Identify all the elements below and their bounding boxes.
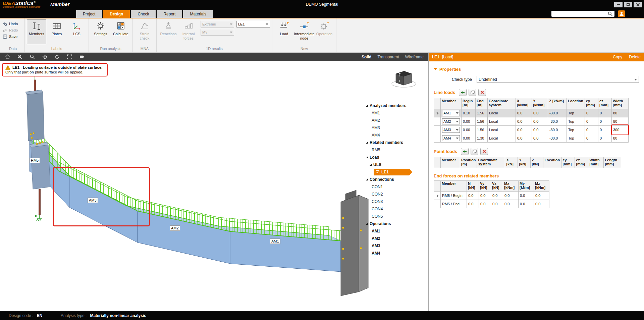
cell-width[interactable]: 80 <box>612 109 629 117</box>
cell-y[interactable]: 0.0 <box>532 117 548 126</box>
pan-icon[interactable] <box>42 54 48 60</box>
tree-section-load[interactable]: Load <box>366 154 426 161</box>
member-label-am3[interactable]: AM3 <box>88 198 98 203</box>
cell-z[interactable]: -30.0 <box>548 117 567 126</box>
tree-section-uls[interactable]: ULS <box>366 161 426 168</box>
member-dropdown[interactable]: AM3 <box>442 127 460 133</box>
display-mode-transparent[interactable]: Transparent <box>377 55 399 59</box>
cell-coordinate-system[interactable]: Local <box>488 126 516 134</box>
cell-x[interactable]: 0.0 <box>516 117 532 126</box>
cell-mz[interactable]: 0.0 <box>534 200 549 208</box>
cell-mx[interactable]: 0.0 <box>503 192 519 200</box>
copy-line-load-button[interactable] <box>469 89 476 96</box>
tree-item-operations-am3[interactable]: AM3 <box>366 242 426 250</box>
tree-section-operations[interactable]: Operations <box>366 220 426 227</box>
row-selector[interactable] <box>434 126 441 134</box>
cell-end[interactable]: 1.56 <box>476 109 488 117</box>
tree-item-operations-am2[interactable]: AM2 <box>366 235 426 242</box>
settings-button[interactable]: Settings <box>91 19 110 44</box>
search-icon[interactable] <box>607 11 613 17</box>
cell-vz[interactable]: 0.0 <box>491 200 503 208</box>
cell-y[interactable]: 0.0 <box>532 134 548 143</box>
cell-coordinate-system[interactable]: Local <box>488 109 516 117</box>
row-selector[interactable] <box>434 117 441 126</box>
tree-item-con5[interactable]: CON5 <box>366 213 426 220</box>
tree-item-am3[interactable]: AM3 <box>366 124 426 131</box>
tree-section-analyzed-members[interactable]: Analyzed members <box>366 102 426 109</box>
cell-n[interactable]: 0.0 <box>467 200 479 208</box>
cell-end[interactable]: 1.56 <box>476 117 488 126</box>
member-dropdown[interactable]: AM4 <box>442 135 460 141</box>
table-row[interactable]: RM5 / End 0.0 0.0 0.0 0.0 0.0 0.0 <box>434 200 549 208</box>
load-case-dropdown[interactable]: LE1 <box>236 21 270 28</box>
redo-button[interactable]: Redo <box>3 27 23 33</box>
cell-end[interactable]: 1.30 <box>476 134 488 143</box>
new-operation-button[interactable]: Operation <box>315 19 334 44</box>
cell-end[interactable]: 1.56 <box>476 126 488 134</box>
cell-coordinate-system[interactable]: Local <box>488 117 516 126</box>
zoom-window-icon[interactable] <box>17 54 23 60</box>
3d-canvas[interactable]: Y LE1 - Loading surface is outside of pl… <box>0 61 428 311</box>
display-mode-wireframe[interactable]: Wireframe <box>405 55 424 59</box>
reactions-button[interactable]: Reactions <box>159 19 178 44</box>
navigation-cube[interactable]: Y <box>392 71 416 87</box>
row-selector[interactable] <box>434 192 441 200</box>
cell-member[interactable]: RM5 / End <box>441 200 467 208</box>
table-row[interactable]: AM2 0.00 1.56 Local 0.0 0.0 -30.0 Top 0 … <box>434 117 629 126</box>
my-dropdown[interactable]: My <box>201 29 234 36</box>
label-tag-icon[interactable] <box>79 54 85 60</box>
member-dropdown[interactable]: AM2 <box>442 118 460 124</box>
delete-point-load-button[interactable] <box>480 148 488 155</box>
tree-section-connections[interactable]: Connections <box>366 176 426 183</box>
member-label-am1[interactable]: AM1 <box>270 238 280 244</box>
row-selector[interactable] <box>434 109 441 117</box>
table-row[interactable]: AM1 0.10 1.56 Local 0.0 0.0 -30.0 Top 0 … <box>434 109 629 117</box>
rotate-icon[interactable] <box>54 54 60 60</box>
cell-width[interactable]: 80 <box>612 117 629 126</box>
cell-begin[interactable]: 0.00 <box>462 126 476 134</box>
intermediate-node-button[interactable]: Intermediate node <box>294 19 314 44</box>
cell-width[interactable]: 80 <box>612 134 629 143</box>
tree-item-le1-selected[interactable]: LE1 <box>374 169 409 175</box>
add-line-load-button[interactable] <box>459 89 467 96</box>
check-type-dropdown[interactable]: Undefined <box>477 76 639 83</box>
cell-ez[interactable]: 0 <box>598 134 612 143</box>
member-dropdown[interactable]: AM1 <box>442 110 460 116</box>
strain-check-button[interactable]: Strain check <box>135 19 154 44</box>
lcs-button[interactable]: LCS <box>67 19 87 44</box>
cell-n[interactable]: 0.0 <box>467 192 479 200</box>
tree-item-operations-am4[interactable]: AM4 <box>366 250 426 257</box>
cell-location[interactable]: Top <box>567 117 585 126</box>
extreme-dropdown[interactable]: Extreme <box>201 21 234 28</box>
search-input[interactable] <box>551 11 607 16</box>
tree-item-am1[interactable]: AM1 <box>366 109 426 117</box>
cell-y[interactable]: 0.0 <box>532 126 548 134</box>
cell-vy[interactable]: 0.0 <box>479 192 491 200</box>
add-point-load-button[interactable] <box>461 148 469 155</box>
cell-width-highlighted[interactable]: 300 <box>612 126 629 134</box>
member-label-am2[interactable]: AM2 <box>170 225 180 231</box>
right-wall-member[interactable] <box>341 190 368 296</box>
cell-begin[interactable]: 0.00 <box>462 117 476 126</box>
cell-coordinate-system[interactable]: Local <box>488 134 516 143</box>
row-selector[interactable] <box>434 134 441 143</box>
account-button[interactable] <box>618 10 625 17</box>
delete-button[interactable]: Delete <box>629 55 641 59</box>
cell-x[interactable]: 0.0 <box>516 134 532 143</box>
cell-z[interactable]: -30.0 <box>548 109 567 117</box>
cell-ez[interactable]: 0 <box>598 109 612 117</box>
tab-report[interactable]: Report <box>157 10 182 18</box>
tree-item-rm5[interactable]: RM5 <box>366 146 426 154</box>
properties-section-title[interactable]: Properties <box>434 67 639 72</box>
tree-section-related-members[interactable]: Related members <box>366 139 426 146</box>
cell-ez[interactable]: 0 <box>598 117 612 126</box>
cell-member[interactable]: RM5 / Begin <box>441 192 467 200</box>
cell-location[interactable]: Top <box>567 109 585 117</box>
tree-item-con4[interactable]: CON4 <box>366 205 426 213</box>
tab-check[interactable]: Check <box>131 10 156 18</box>
cell-location[interactable]: Top <box>567 134 585 143</box>
tree-item-operations-am1[interactable]: AM1 <box>366 227 426 235</box>
table-row[interactable]: RM5 / Begin 0.0 0.0 0.0 0.0 0.0 0.0 <box>434 192 549 200</box>
cell-x[interactable]: 0.0 <box>516 109 532 117</box>
maximize-button[interactable] <box>624 2 632 7</box>
